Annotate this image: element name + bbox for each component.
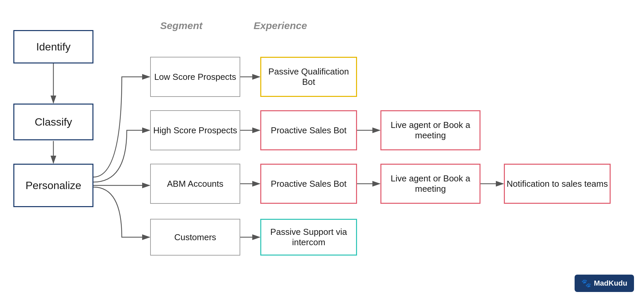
high-score-box: High Score Prospects <box>150 110 240 150</box>
abm-accounts-box: ABM Accounts <box>150 164 240 204</box>
live-agent-1-box: Live agent or Book a meeting <box>380 110 480 150</box>
personalize-box: Personalize <box>13 164 93 207</box>
madkudu-text: MadKudu <box>594 279 627 288</box>
proactive-sales-1-box: Proactive Sales Bot <box>260 110 357 150</box>
passive-qual-box: Passive Qualification Bot <box>260 57 357 97</box>
customers-box: Customers <box>150 219 240 256</box>
segment-header: Segment <box>160 20 203 31</box>
passive-support-box: Passive Support via intercom <box>260 219 357 256</box>
experience-header: Experience <box>254 20 307 31</box>
madkudu-logo: 🐾 MadKudu <box>575 275 634 292</box>
notification-box: Notification to sales teams <box>504 164 611 204</box>
proactive-sales-2-box: Proactive Sales Bot <box>260 164 357 204</box>
madkudu-icon: 🐾 <box>581 279 591 288</box>
live-agent-2-box: Live agent or Book a meeting <box>380 164 480 204</box>
diagram-container: Segment Experience Identify Classify Per… <box>0 0 644 302</box>
low-score-box: Low Score Prospects <box>150 57 240 97</box>
classify-box: Classify <box>13 104 93 140</box>
identify-box: Identify <box>13 30 93 63</box>
arrows-svg <box>0 0 644 302</box>
